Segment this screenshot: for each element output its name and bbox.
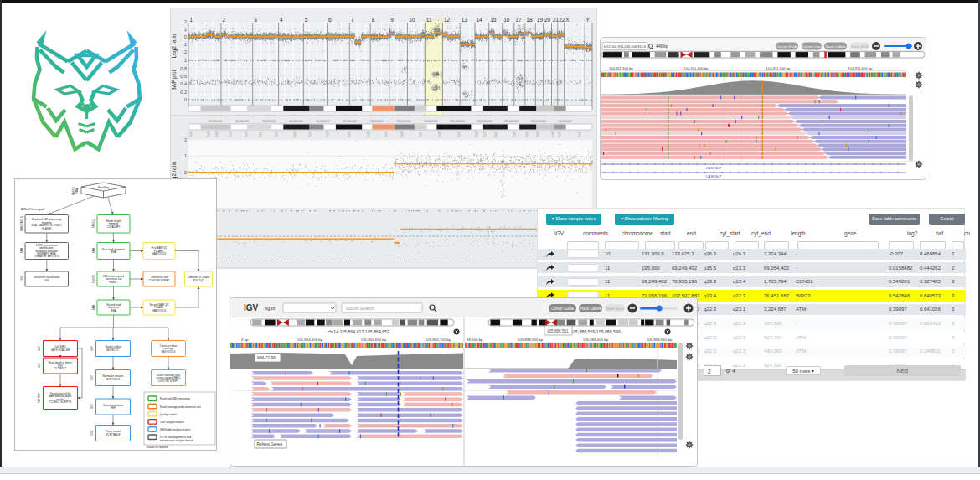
svg-text:11p15: 11p15 xyxy=(245,131,248,137)
svg-text:15: 15 xyxy=(490,17,497,23)
svg-text:1: 1 xyxy=(184,58,187,63)
svg-text:11q23: 11q23 xyxy=(400,131,404,137)
svg-text:CASP4LP: CASP4LP xyxy=(706,174,722,178)
svg-text:11q22: 11q22 xyxy=(215,131,219,137)
svg-text:BAM: BAM xyxy=(92,304,95,310)
svg-text:CSV: CSV xyxy=(20,276,23,281)
svg-text:11p15: 11p15 xyxy=(229,131,232,137)
svg-text:BAM, FASTQ: BAM, FASTQ xyxy=(20,215,23,231)
svg-text:VCF: VCF xyxy=(38,346,41,351)
svg-text:105,864,650 bp: 105,864,650 bp xyxy=(361,338,387,342)
svg-text:Save SVG: Save SVG xyxy=(606,307,624,311)
svg-text:104,911,300 bp: 104,911,300 bp xyxy=(609,66,633,70)
svg-text:VCF: VCF xyxy=(90,375,94,380)
svg-text:20: 20 xyxy=(544,17,551,23)
svg-text:FASTQ: FASTQ xyxy=(72,186,75,195)
svg-text:hg38: hg38 xyxy=(265,306,275,311)
svg-text:IGV: IGV xyxy=(244,303,259,312)
svg-text:17: 17 xyxy=(515,17,522,23)
svg-text:BAM: BAM xyxy=(92,247,95,253)
svg-text:8: 8 xyxy=(372,17,375,23)
svg-text:104,911,400 bp: 104,911,400 bp xyxy=(684,66,709,70)
svg-text:Read coverage and consensus st: Read coverage and consensus stat xyxy=(160,405,201,409)
svg-text:0: 0 xyxy=(184,170,187,175)
svg-text:0.8: 0.8 xyxy=(180,66,187,71)
svg-text:13: 13 xyxy=(462,17,468,23)
svg-text:Refseq Genes: Refseq Genes xyxy=(257,442,283,446)
svg-text:120,000,000: 120,000,000 xyxy=(504,120,519,123)
svg-text:MM-22-96: MM-22-96 xyxy=(257,356,276,360)
svg-text:449 bp: 449 bp xyxy=(656,44,668,49)
svg-text:11p11: 11p11 xyxy=(525,131,529,137)
svg-text:IGV: IGV xyxy=(44,279,49,282)
svg-text:CSV: CSV xyxy=(90,431,94,436)
svg-text:105,864,700 bp: 105,864,700 bp xyxy=(426,338,451,342)
svg-text:VCF: VCF xyxy=(90,404,94,409)
svg-text:4: 4 xyxy=(280,17,283,23)
svg-text:BAM: BAM xyxy=(20,247,23,253)
svg-text:BEDTOOLS: BEDTOOLS xyxy=(162,350,175,354)
svg-text:0.4: 0.4 xyxy=(180,81,187,86)
svg-text:BWA: BWA xyxy=(111,309,116,312)
svg-text:11p11: 11p11 xyxy=(189,131,193,137)
svg-text:11p11: 11p11 xyxy=(494,131,498,137)
svg-text:11p15: 11p15 xyxy=(308,131,312,137)
svg-text:Y: Y xyxy=(586,17,591,23)
svg-text:BCFTOOLS: BCFTOOLS xyxy=(106,378,120,381)
svg-text:80,000,000: 80,000,000 xyxy=(397,120,410,123)
svg-text:19: 19 xyxy=(537,17,544,23)
svg-text:VEP: VEP xyxy=(111,406,116,410)
svg-text:11q23: 11q23 xyxy=(326,131,329,137)
svg-text:FASTQ: FASTQ xyxy=(92,219,95,228)
svg-text:Cursor Guide: Cursor Guide xyxy=(776,44,798,49)
svg-text:11p11: 11p11 xyxy=(348,131,351,137)
svg-text:11p11: 11p11 xyxy=(457,131,461,137)
svg-text:0.6: 0.6 xyxy=(180,74,187,79)
svg-text:104,911,600 bp: 104,911,600 bp xyxy=(848,66,873,70)
svg-text:3: 3 xyxy=(254,17,257,23)
svg-text:11p11: 11p11 xyxy=(384,131,388,137)
svg-text:11q23: 11q23 xyxy=(475,131,478,137)
svg-text:11p15: 11p15 xyxy=(207,131,210,137)
svg-text:CUTADAPT: CUTADAPT xyxy=(107,225,121,229)
svg-text:10: 10 xyxy=(409,17,415,23)
svg-text:1: 1 xyxy=(184,27,187,32)
svg-text:0: 0 xyxy=(184,34,187,39)
svg-text:11p11: 11p11 xyxy=(558,131,561,137)
svg-text:chr14:105,864,617-105,864,657: chr14:105,864,617-105,864,657 xyxy=(328,329,389,334)
svg-text:90,000,000: 90,000,000 xyxy=(424,120,437,123)
svg-text:0: 0 xyxy=(184,97,187,102)
svg-text:70,000,000: 70,000,000 xyxy=(370,120,384,123)
svg-text:105,888,561: 105,888,561 xyxy=(547,329,569,333)
svg-text:5: 5 xyxy=(305,17,308,23)
svg-text:88,500 bp: 88,500 bp xyxy=(467,338,483,342)
svg-text:11p11: 11p11 xyxy=(513,131,516,137)
svg-text:-2: -2 xyxy=(183,49,187,54)
svg-text:2: 2 xyxy=(184,19,187,24)
svg-text:18: 18 xyxy=(526,17,533,23)
svg-text:110,000,000: 110,000,000 xyxy=(477,120,493,123)
svg-text:1: 1 xyxy=(184,153,187,158)
svg-text:11p15: 11p15 xyxy=(275,131,278,137)
svg-text:*Details on request: *Details on request xyxy=(146,446,168,449)
svg-text:22: 22 xyxy=(559,17,565,23)
svg-text:105,888,600 bp: 105,888,600 bp xyxy=(583,338,609,342)
svg-text:10,000,000: 10,000,000 xyxy=(209,120,222,123)
svg-text:hr11:104,911,206-104,911,6: hr11:104,911,206-104,911,6 xyxy=(604,44,646,49)
svg-text:-1: -1 xyxy=(183,42,187,47)
svg-text:CUSTOM SCRIPT: CUSTOM SCRIPT xyxy=(158,379,179,383)
svg-text:105,888,650 bp: 105,888,650 bp xyxy=(647,338,673,342)
svg-text:VCF2TABLE: VCF2TABLE xyxy=(106,433,121,436)
svg-text:30,000,000: 30,000,000 xyxy=(262,120,276,123)
svg-text:0 bp: 0 bp xyxy=(241,338,249,342)
svg-text:11q22: 11q22 xyxy=(551,131,554,137)
svg-text:11q22: 11q22 xyxy=(293,131,297,137)
svg-text:ARResT/Interrogate*: ARResT/Interrogate* xyxy=(21,208,46,211)
svg-text:Save SVG: Save SVG xyxy=(851,44,869,49)
svg-text:BAF plot: BAF plot xyxy=(171,70,178,90)
svg-text:105,888,550 bp: 105,888,550 bp xyxy=(518,338,544,342)
svg-text:TCONUT*: TCONUT* xyxy=(54,367,66,370)
svg-text:16: 16 xyxy=(503,17,510,23)
svg-text:VCF: VCF xyxy=(90,346,94,351)
svg-text:Center Line: Center Line xyxy=(802,44,822,49)
